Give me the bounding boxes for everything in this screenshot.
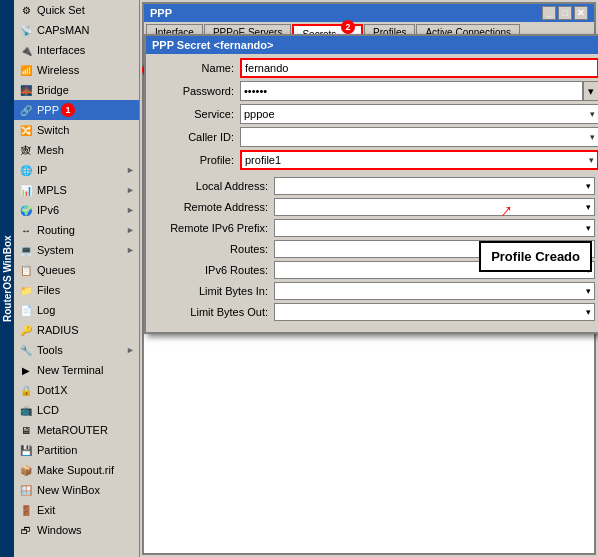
password-row: Password: ▾ [150,81,598,101]
sidebar-item-label: PPP [37,104,59,116]
sidebar-item-label: Log [37,304,55,316]
sidebar-item-mesh[interactable]: 🕸 Mesh [14,140,139,160]
lower-field-row-remote-address-: Remote Address: ▾ [154,198,595,216]
ip-icon: 🌐 [18,162,34,178]
lower-field-label: Remote Address: [154,201,274,213]
sidebar-item-interfaces[interactable]: 🔌 Interfaces [14,40,139,60]
sidebar-item-lcd[interactable]: 📺 LCD [14,400,139,420]
sidebar-item-label: New WinBox [37,484,100,496]
name-label: Name: [150,62,240,74]
mesh-icon: 🕸 [18,142,34,158]
exit-icon: 🚪 [18,502,34,518]
sidebar-item-label: LCD [37,404,59,416]
sidebar-item-routing[interactable]: ↔ Routing ► [14,220,139,240]
profile-select[interactable]: profile1 ▾ [240,150,598,170]
sidebar-item-capsman[interactable]: 📡 CAPsMAN [14,20,139,40]
sidebar-item-new-terminal[interactable]: ▶ New Terminal [14,360,139,380]
sidebar-item-tools[interactable]: 🔧 Tools ► [14,340,139,360]
dialog-body: Name: Password: ▾ Service: [146,54,598,332]
sidebar-item-dot1x[interactable]: 🔒 Dot1X [14,380,139,400]
sidebar-item-mpls[interactable]: 📊 MPLS ► [14,180,139,200]
lower-field-row-limit-bytes-out-: Limit Bytes Out: ▾ [154,303,595,321]
restore-button[interactable]: □ [558,6,572,20]
password-toggle[interactable]: ▾ [583,81,598,101]
sidebar: RouterOS WinBox ⚙ Quick Set 📡 CAPsMAN 🔌 … [0,0,140,557]
sidebar-item-wireless[interactable]: 📶 Wireless [14,60,139,80]
arrow-routing: ► [126,225,135,235]
sidebar-item-label: Mesh [37,144,64,156]
sidebar-item-label: Bridge [37,84,69,96]
lower-field-label: Local Address: [154,180,274,192]
lower-field-input[interactable]: ▾ [274,177,595,195]
ipv6-icon: 🌍 [18,202,34,218]
password-input[interactable] [240,81,583,101]
lower-field-input[interactable]: ▾ [274,303,595,321]
sidebar-item-bridge[interactable]: 🌉 Bridge [14,80,139,100]
profile-row: Profile: profile1 ▾ [150,150,598,170]
quick-set-icon: ⚙ [18,2,34,18]
caller-id-row: Caller ID: ▾ [150,127,598,147]
sidebar-item-label: CAPsMAN [37,24,90,36]
lower-field-label: Routes: [154,243,274,255]
lcd-icon: 📺 [18,402,34,418]
lower-field-input[interactable]: ▾ [274,219,595,237]
sidebar-item-windows[interactable]: 🗗 Windows [14,520,139,540]
lower-field-arrow: ▾ [586,202,591,212]
sidebar-item-label: Quick Set [37,4,85,16]
sidebar-item-make-supout[interactable]: 📦 Make Supout.rif [14,460,139,480]
sidebar-item-exit[interactable]: 🚪 Exit [14,500,139,520]
minimize-button[interactable]: _ [542,6,556,20]
caller-id-label: Caller ID: [150,131,240,143]
sidebar-item-label: Dot1X [37,384,68,396]
ppp-window-title: PPP _ □ ✕ [144,4,594,22]
sidebar-item-system[interactable]: 💻 System ► [14,240,139,260]
sidebar-item-partition[interactable]: 💾 Partition [14,440,139,460]
lower-field-input[interactable]: ▾ [274,282,595,300]
badge-ppp: 1 [61,103,75,117]
sidebar-item-label: RADIUS [37,324,79,336]
close-button[interactable]: ✕ [574,6,588,20]
arrow-system: ► [126,245,135,255]
lower-field-row-remote-ipv6-prefix-: Remote IPv6 Prefix: ▾ [154,219,595,237]
files-icon: 📁 [18,282,34,298]
lower-field-input[interactable]: ▾ [274,198,595,216]
sidebar-item-ip[interactable]: 🌐 IP ► [14,160,139,180]
sidebar-item-ppp[interactable]: 🔗 PPP 1 [14,100,139,120]
name-input[interactable] [240,58,598,78]
sidebar-header: RouterOS WinBox [0,0,14,557]
sidebar-item-ipv6[interactable]: 🌍 IPv6 ► [14,200,139,220]
sidebar-item-files[interactable]: 📁 Files [14,280,139,300]
window-controls: _ □ ✕ [542,6,588,20]
wireless-icon: 📶 [18,62,34,78]
profile-dropdown-arrow: ▾ [589,155,594,165]
sidebar-item-label: IP [37,164,47,176]
bridge-icon: 🌉 [18,82,34,98]
arrow-ip: ► [126,165,135,175]
sidebar-item-label: MPLS [37,184,67,196]
sidebar-item-switch[interactable]: 🔀 Switch [14,120,139,140]
ppp-secret-dialog: PPP Secret <fernando> □ ✕ Name: [144,34,598,334]
profile-label: Profile: [150,154,240,166]
sidebar-item-label: Make Supout.rif [37,464,114,476]
sidebar-item-label: Wireless [37,64,79,76]
badge-tab-secrets: 2 [341,20,355,34]
new-terminal-icon: ▶ [18,362,34,378]
lower-field-row-local-address-: Local Address: ▾ [154,177,595,195]
lower-field-label: IPv6 Routes: [154,264,274,276]
sidebar-item-radius[interactable]: 🔑 RADIUS [14,320,139,340]
arrow-tools: ► [126,345,135,355]
sidebar-item-new-winbox[interactable]: 🪟 New WinBox [14,480,139,500]
sidebar-item-log[interactable]: 📄 Log [14,300,139,320]
caller-id-select[interactable]: ▾ [240,127,598,147]
routing-icon: ↔ [18,222,34,238]
sidebar-item-queues[interactable]: 📋 Queues [14,260,139,280]
sidebar-item-label: Switch [37,124,69,136]
system-icon: 💻 [18,242,34,258]
sidebar-content: ⚙ Quick Set 📡 CAPsMAN 🔌 Interfaces 📶 Wir… [14,0,139,557]
lower-field-arrow: ▾ [586,223,591,233]
dialog-fields: Name: Password: ▾ Service: [150,58,598,328]
service-select[interactable]: pppoe ▾ [240,104,598,124]
sidebar-item-quick-set[interactable]: ⚙ Quick Set [14,0,139,20]
lower-field-arrow: ▾ [586,181,591,191]
sidebar-item-metarouter[interactable]: 🖥 MetaROUTER [14,420,139,440]
